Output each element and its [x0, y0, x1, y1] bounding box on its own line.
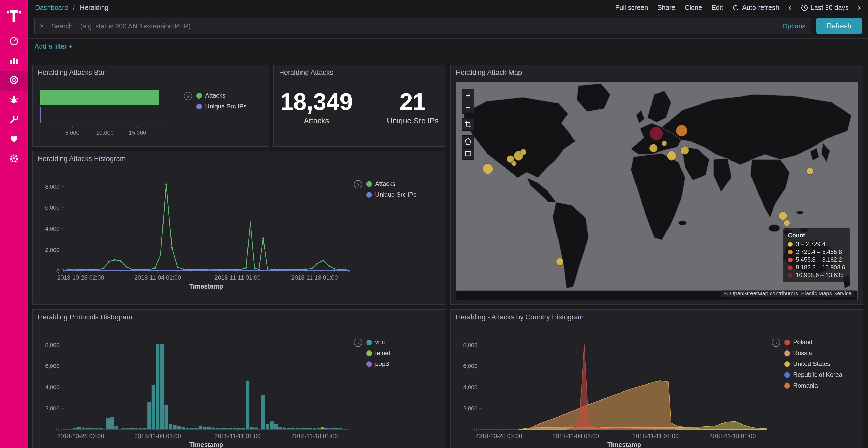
legend-color-dot[interactable]: [366, 361, 372, 367]
breadcrumb-dashboard-link[interactable]: Dashboard: [35, 4, 68, 11]
svg-text:6,000: 6,000: [45, 204, 59, 211]
add-filter-link[interactable]: Add a filter +: [35, 42, 72, 50]
legend-color-dot[interactable]: [366, 339, 372, 345]
panel-heralding-attack-map: Heralding Attack Map + −: [450, 65, 863, 305]
legend-item[interactable]: Unique Src IPs: [196, 103, 246, 110]
attack-location-marker[interactable]: [784, 220, 790, 226]
legend-color-dot[interactable]: [784, 383, 790, 388]
attack-location-marker[interactable]: [483, 164, 493, 174]
share-button[interactable]: Share: [657, 4, 675, 11]
legend-item[interactable]: Poland: [784, 339, 842, 346]
legend-toggle-icon[interactable]: ›: [354, 339, 362, 347]
sidebar-item-pulse[interactable]: [0, 130, 28, 150]
map-controls: + −: [462, 89, 474, 160]
svg-text:Timestamp: Timestamp: [189, 283, 223, 290]
svg-text:2018-10-28 02:00: 2018-10-28 02:00: [57, 274, 104, 281]
country-histogram-chart[interactable]: 02,0004,0006,0008,0002018-10-28 02:00201…: [455, 325, 771, 448]
legend-item[interactable]: Attacks: [366, 180, 416, 187]
map-attribution[interactable]: © OpenStreetMap contributors, Elastic Ma…: [721, 289, 855, 297]
attack-location-marker[interactable]: [806, 168, 813, 175]
panel-title: Heralding Attacks Bar: [38, 69, 105, 76]
legend-color-dot[interactable]: [196, 103, 202, 109]
sidebar-item-target[interactable]: [0, 71, 28, 91]
legend-color-dot[interactable]: [784, 350, 790, 356]
legend-item[interactable]: vnc: [366, 339, 390, 346]
time-forward-chevron[interactable]: ›: [858, 3, 861, 12]
attack-location-marker[interactable]: [662, 141, 667, 146]
attack-location-marker[interactable]: [556, 258, 563, 265]
map-legend-color-dot: [788, 249, 793, 254]
clone-button[interactable]: Clone: [685, 4, 702, 11]
legend-label: vnc: [375, 339, 385, 346]
legend-label: Poland: [793, 339, 812, 346]
panel-heralding-attacks-histogram: Heralding Attacks Histogram 02,0004,0006…: [32, 151, 445, 305]
legend-toggle-icon[interactable]: ›: [772, 339, 780, 347]
time-back-chevron[interactable]: ‹: [788, 3, 791, 12]
sidebar-item-bug[interactable]: [0, 91, 28, 110]
legend-item[interactable]: United States: [784, 360, 842, 368]
sidebar-item-gear[interactable]: [0, 150, 28, 169]
bug-icon: [9, 95, 19, 107]
wrench-icon: [9, 114, 19, 127]
edit-button[interactable]: Edit: [711, 4, 723, 11]
legend-color-dot[interactable]: [366, 350, 372, 356]
attack-location-marker[interactable]: [649, 144, 658, 152]
map-legend-item: 2,729.4 – 5,455.8: [788, 249, 845, 255]
legend-item[interactable]: Unique Src IPs: [366, 191, 416, 198]
header-divider: [28, 38, 868, 39]
legend-item[interactable]: Russia: [784, 349, 842, 357]
legend-color-dot[interactable]: [784, 361, 790, 367]
legend-color-dot[interactable]: [784, 372, 790, 378]
search-input[interactable]: [52, 22, 778, 30]
map-zoom-out-button[interactable]: −: [462, 101, 474, 113]
attack-location-marker[interactable]: [779, 212, 787, 220]
svg-text:0: 0: [56, 426, 59, 433]
legend-item[interactable]: Romania: [784, 382, 842, 389]
legend-toggle-icon[interactable]: ›: [354, 180, 362, 188]
svg-text:0: 0: [56, 268, 59, 274]
svg-text:2018-11-11 01:00: 2018-11-11 01:00: [214, 274, 260, 281]
map-legend-range: 10,908.6 – 13,635: [796, 272, 843, 278]
legend-color-dot[interactable]: [196, 93, 202, 98]
svg-text:2018-11-11 01:00: 2018-11-11 01:00: [214, 433, 260, 440]
svg-text:2018-11-18 01:00: 2018-11-18 01:00: [291, 433, 338, 440]
legend-item[interactable]: pop3: [366, 360, 390, 368]
attack-location-marker[interactable]: [650, 127, 663, 140]
sidebar-item-gauge[interactable]: [0, 32, 28, 51]
attack-location-marker[interactable]: [667, 151, 676, 161]
map-draw-rectangle-button[interactable]: [462, 148, 474, 160]
time-range-picker[interactable]: Last 30 days: [801, 4, 848, 11]
map-zoom-in-button[interactable]: +: [462, 89, 474, 101]
sidebar-item-bar-chart[interactable]: [0, 51, 28, 71]
attack-location-marker[interactable]: [512, 161, 517, 166]
attacks-bar-chart[interactable]: 5,00010,00015,000: [37, 81, 184, 143]
attack-location-marker[interactable]: [676, 125, 687, 136]
attacks-metric: 18,349 Attacks: [280, 89, 352, 125]
legend-toggle-icon[interactable]: ›: [184, 92, 192, 100]
query-options-link[interactable]: Options: [782, 22, 805, 30]
protocols-histogram-chart[interactable]: 02,0004,0006,0008,0002018-10-28 02:00201…: [37, 325, 353, 448]
attack-map[interactable]: + −: [456, 81, 858, 300]
svg-text:Timestamp: Timestamp: [189, 441, 223, 448]
auto-refresh-button[interactable]: Auto-refresh: [733, 4, 779, 11]
legend-item[interactable]: Republic of Korea: [784, 371, 842, 378]
query-bar: >_ Options Refresh: [34, 18, 862, 34]
map-draw-polygon-button[interactable]: [462, 135, 474, 148]
sidebar-item-wrench[interactable]: [0, 110, 28, 130]
full-screen-button[interactable]: Full screen: [615, 4, 648, 11]
legend-color-dot[interactable]: [366, 192, 372, 198]
legend-color-dot[interactable]: [366, 181, 372, 186]
attacks-histogram-chart[interactable]: 02,0004,0006,0008,0002018-10-28 02:00201…: [37, 167, 353, 296]
legend-item[interactable]: Attacks: [196, 92, 246, 99]
crop-icon: [464, 120, 472, 129]
refresh-button[interactable]: Refresh: [816, 18, 862, 34]
map-fit-bounds-button[interactable]: [462, 118, 474, 131]
attack-location-marker[interactable]: [520, 149, 526, 155]
attack-location-marker[interactable]: [681, 146, 689, 154]
svg-text:2,000: 2,000: [45, 405, 59, 412]
legend-color-dot[interactable]: [784, 339, 790, 345]
telekom-t-logo[interactable]: [0, 0, 28, 32]
panel-heralding-protocols-histogram: Heralding Protocols Histogram 02,0004,00…: [32, 309, 445, 448]
legend-item[interactable]: telnet: [366, 349, 390, 357]
legend-label: Attacks: [375, 180, 396, 187]
